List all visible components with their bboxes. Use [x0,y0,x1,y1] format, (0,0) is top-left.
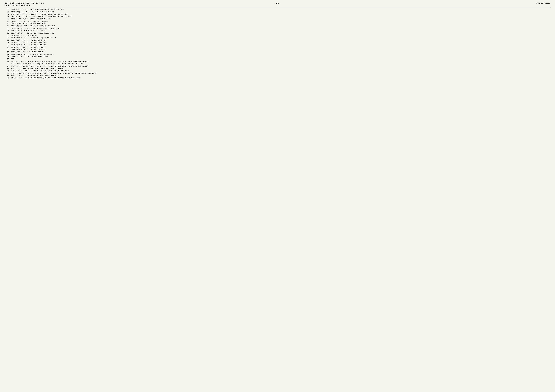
table-row: 80Е26-49' 14' ' ОБЕРТЫВАНИЕ ТРУБОПРОВОДО… [5,68,550,70]
row-number: 84 [5,77,11,79]
row-content: С159-3321' 2,115' ' ТО ЖЕ ДИАМ.70Х3,5ММ* [11,42,550,44]
table-row: 56С130-1031(=13)' 7' ' ТО ЖЕ ФЛАНЦЕВЫЙ 1… [5,11,550,13]
row-number: 57 [5,13,11,15]
row-content: С159-3328' 0,141' ' ТО ЖЕ ДИАМ.89Х4,5ММ* [11,44,550,46]
row-content: С159-3314' 0,144' ' УЗЛЫ ТРУБОПРОВОДОВ Д… [11,37,550,39]
row-number: 80 [5,68,11,70]
row-number: 67 [5,37,11,39]
header-page-number: - I40 - [187,2,368,6]
row-content: С159-38' 0,003' ' ТРУБА МЕДНАЯ ДИАМ.6Х1М… [11,56,550,58]
row-content: С130-1031(=13)' 7' ' ТО ЖЕ ФЛАНЦЕВЫЙ 11ч… [11,11,550,13]
row-number: 61 [5,22,11,25]
table-row: 582307-10228(=13)' 8' 2,2.1,087' ВЕНТИЛЬ… [5,15,550,18]
row-number: 77 [5,60,11,63]
row-content: С159-3318' 0,508' ' ТО ЖЕ ДИАМ.57Х3,5ММ* [11,39,550,41]
row-number: 78 [5,63,11,65]
row-content: Е13-163' 0,474' ' ПОКРЫТИЕ ВОЗДУХОВОДОВ … [11,60,550,63]
row-content: Е26-16 114-98(А2=11,86+20,2.1,03#)' 0,6'… [11,65,550,67]
table-row: 82Е26-75 1113-180(А2=0,75+0,73.105#)' 0,… [5,72,550,74]
table-row: 71С159-3333' 2,306' ' ТО ЖЕ ДИАМ.108Х4ММ… [5,46,550,49]
header-left: ПРОГРАММНЫЙ КОМПЛЕКС АВС-ЗЕС ( РЕДАКЦИЯ … [5,2,187,6]
row-number: 60 [5,20,11,22]
row-number: 59 [5,18,11,20]
table-row: 63517-2023(=13)' 5' 1,65.1,087' РУКАВ РЕ… [5,27,550,30]
row-content: 2307-10026(=13)' 4' 1,66,1,087' КРАН ПРО… [11,13,550,15]
row-content: С159-3358' 0,376' ' ТО ЖЕ ДИАМ.219Х6ММ* [11,49,550,51]
table-row: 74С113-353(=13)' 60' ' ТРУБА СТАЛЬНАЯ ДИ… [5,53,550,56]
table-row: 60ТШ145 СТР514(=13)' 0,02' 585.1,25' ПАР… [5,20,550,22]
table-row: 61С111-11(=13)' 0,02' ' КАРТОН АСБЕСТОВЫ… [5,22,550,25]
row-number: 70 [5,44,11,46]
row-number: 56 [5,11,11,13]
row-content: С113-353(=13)' 60' ' ТРУБА СТАЛЬНАЯ ДИАМ… [11,53,550,56]
row-content: С159-3861' 10' ' ПОДВЕСКИ ДЛЯ ТРУБОПРОВО… [11,32,550,34]
row-content: Е26-75 1113-180(А2=0,75+0,73.105#)' 0,32… [11,72,550,74]
table-row: 64517-2024(=13)' 10' 2,1,087' ТО ЖЕ ДУ50… [5,30,550,32]
table-row: 81Е26-51' 0,16' ' ОТШТУКАТУРИВАНИЕ ПО СЕ… [5,70,550,72]
row-number: 71 [5,46,11,49]
row-number: 55 [5,8,11,11]
table-row: 84Е15-613' 0,3' ' ТО ЖЕ ТРУБОПРОВОДОВ ДИ… [5,77,550,79]
table-row: 69С159-3321' 2,115' ' ТО ЖЕ ДИАМ.70Х3,5М… [5,42,550,44]
row-content: Е15-614' 0,12' ' ОКРАСКА ТРУБОПРОВОДОВ Д… [11,75,550,77]
table-row: 83Е15-614' 0,12' ' ОКРАСКА ТРУБОПРОВОДОВ… [5,75,550,77]
row-content: С159-3333' 2,306' ' ТО ЖЕ ДИАМ.108Х4ММ* [11,46,550,49]
row-content: Е26-16 114-5(А2=11,86+14,2.1,03#)' 0,7' … [11,63,550,65]
row-number: 82 [5,72,11,74]
row-content: 2307-10228(=13)' 8' 2,2.1,087' ВЕНТИЛЬ З… [11,15,550,18]
row-content: 517-2024(=13)' 10' 2,1,087' ТО ЖЕ ДУ50* [11,30,550,32]
table-row: 78Е26-16 114-5(А2=11,86+14,2.1,03#)' 0,7… [5,63,550,65]
row-content: С130-1022(=13)' 23' ' КРАН ПРОБКОВЫЙ САЛ… [11,8,550,11]
row-number: 63 [5,27,11,30]
row-number: 75 [5,56,11,58]
row-content: 517-2023(=13)' 5' 1,65.1,087' РУКАВ РЕЗИ… [11,27,550,30]
row-number: 74 [5,53,11,56]
row-content: Е26-51' 0,16' ' ОТШТУКАТУРИВАНИЕ ПО СЕТК… [11,70,550,72]
table-row: 70С159-3328' 0,141' ' ТО ЖЕ ДИАМ.89Х4,5М… [5,44,550,46]
page-header: ПРОГРАММНЫЙ КОМПЛЕКС АВС-ЗЕС ( РЕДАКЦИЯ … [5,2,550,6]
table-row: 68С159-3318' 0,508' ' ТО ЖЕ ДИАМ.57Х3,5М… [5,39,550,41]
row-number: 83 [5,75,11,77]
header-title-line2: Г.2-IV-3.90 Альбом I2 Книга 3 [5,4,187,6]
row-content: Е26-49' 14' ' ОБЕРТЫВАНИЕ ТРУБОПРОВОДОВ … [11,68,550,70]
row-number: 69 [5,42,11,44]
row-number: 76 [5,58,11,60]
row-number: 66 [5,35,11,37]
row-content: С130-58(=13)' 0,05' ' БОЛТЫ С ГАЙКАМИ ША… [11,18,550,20]
row-number: 68 [5,39,11,41]
row-number: 65 [5,32,11,34]
rows-container: 55С130-1022(=13)' 23' ' КРАН ПРОБКОВЫЙ С… [5,8,550,79]
table-row: 572307-10026(=13)' 4' 1,66,1,087' КРАН П… [5,13,550,15]
table-row: 77Е13-163' 0,474' ' ПОКРЫТИЕ ВОЗДУХОВОДО… [5,60,550,63]
row-content: С111-11(=13)' 0,02' ' КАРТОН АСБЕСТОВЫЙ* [11,22,550,25]
row-content: С159-3368' 1,378' ' ТО ЖЕ ДИАМ.273Х7ММ* [11,51,550,53]
header-doc-number: 24383-12 14890117 [368,2,550,6]
row-number: 62 [5,25,11,27]
header-title-line1: ПРОГРАММНЫЙ КОМПЛЕКС АВС-ЗЕС ( РЕДАКЦИЯ … [5,2,187,4]
row-number: 64 [5,30,11,32]
row-number: 81 [5,70,11,72]
table-row: 66С159-3890' 4' ' ТО ЖЕ ПТ-325* [5,35,550,37]
row-content: Р20* [11,58,550,60]
row-number: 58 [5,15,11,18]
row-content: С159-3890' 4' ' ТО ЖЕ ПТ-325* [11,35,550,37]
table-row: 76Р20* [5,58,550,60]
table-row: 59С130-58(=13)' 0,05' ' БОЛТЫ С ГАЙКАМИ … [5,18,550,20]
table-row: 65С159-3861' 10' ' ПОДВЕСКИ ДЛЯ ТРУБОПРО… [5,32,550,34]
row-content: ТШ145 СТР514(=13)' 0,02' 585.1,25' ПАРОН… [11,20,550,22]
row-number: 73 [5,51,11,53]
table-row: 75С159-38' 0,003' ' ТРУБА МЕДНАЯ ДИАМ.6Х… [5,56,550,58]
row-content: Е15-613' 0,3' ' ТО ЖЕ ТРУБОПРОВОДОВ ДИАМ… [11,77,550,79]
table-row: 67С159-3314' 0,144' ' УЗЛЫ ТРУБОПРОВОДОВ… [5,37,550,39]
table-row: 79Е26-16 114-98(А2=11,86+20,2.1,03#)' 0,… [5,65,550,67]
row-number: 72 [5,49,11,51]
table-row: 72С159-3358' 0,376' ' ТО ЖЕ ДИАМ.219Х6ММ… [5,49,550,51]
table-row: 62С111-356(=13)' 20' ' РЕЗИНА ЛИСТОВАЯ Д… [5,25,550,27]
row-number: 79 [5,65,11,67]
table-row: 73С159-3368' 1,378' ' ТО ЖЕ ДИАМ.273Х7ММ… [5,51,550,53]
row-content: С111-356(=13)' 20' ' РЕЗИНА ЛИСТОВАЯ ДЛЯ… [11,25,550,27]
table-row: 55С130-1022(=13)' 23' ' КРАН ПРОБКОВЫЙ С… [5,8,550,11]
